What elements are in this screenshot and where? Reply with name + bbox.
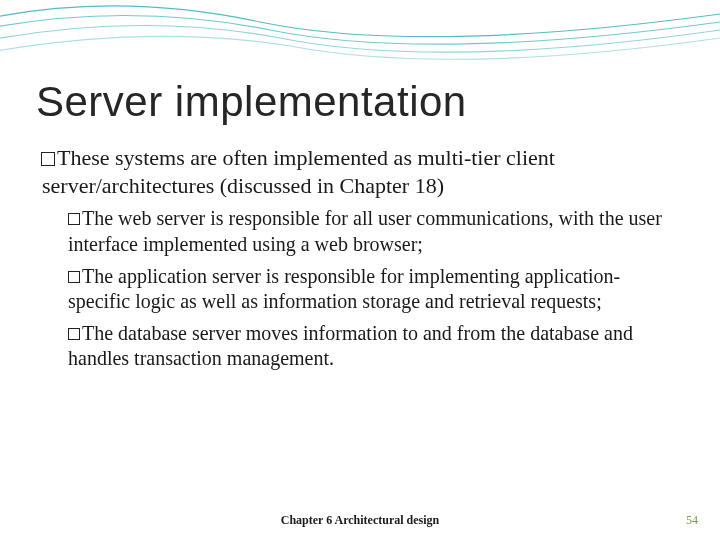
slide-content: These systems are often implemented as m… <box>0 126 720 372</box>
bullet-level2: The database server moves information to… <box>68 321 682 372</box>
slide-title: Server implementation <box>0 0 720 126</box>
square-bullet-icon <box>68 328 80 340</box>
bullet-level2: The web server is responsible for all us… <box>68 206 682 257</box>
sub-bullet-list: The web server is responsible for all us… <box>38 206 682 372</box>
bullet-level1-text: These systems are often implemented as m… <box>42 145 555 198</box>
square-bullet-icon <box>68 271 80 283</box>
page-number: 54 <box>686 513 698 528</box>
slide-footer: Chapter 6 Architectural design <box>0 513 720 528</box>
bullet-level2: The application server is responsible fo… <box>68 264 682 315</box>
bullet-level1: These systems are often implemented as m… <box>38 144 682 200</box>
square-bullet-icon <box>41 152 55 166</box>
square-bullet-icon <box>68 213 80 225</box>
bullet-level2-text: The application server is responsible fo… <box>68 265 620 313</box>
bullet-level2-text: The database server moves information to… <box>68 322 633 370</box>
bullet-level2-text: The web server is responsible for all us… <box>68 207 662 255</box>
